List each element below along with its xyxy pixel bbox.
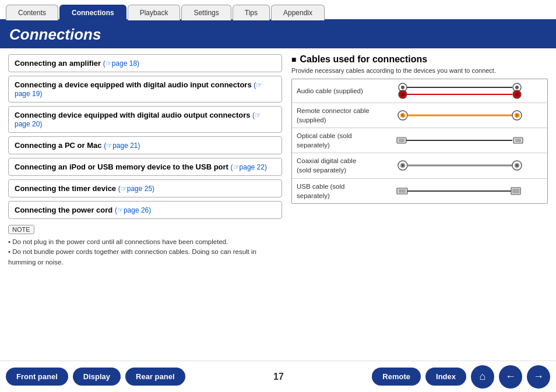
link-amplifier[interactable]: Connecting an amplifier (☞page 18) (8, 54, 282, 72)
cables-table: Audio cable (supplied) (291, 79, 548, 204)
note-section: NOTE • Do not plug in the power cord unt… (8, 225, 282, 267)
link-digital-input[interactable]: Connecting a device equipped with digita… (8, 76, 282, 103)
page-title: Connections (0, 21, 556, 48)
svg-point-12 (402, 114, 404, 116)
front-panel-button[interactable]: Front panel (6, 368, 68, 386)
tab-tips[interactable]: Tips (233, 5, 270, 20)
right-column: Cables used for connections Provide nece… (291, 54, 548, 348)
tab-contents[interactable]: Contents (6, 5, 58, 20)
display-button[interactable]: Display (73, 368, 121, 386)
link-digital-output[interactable]: Connecting device equipped with digital … (8, 106, 282, 133)
cable-visual-usb (377, 185, 543, 197)
link-timer[interactable]: Connecting the timer device (☞page 25) (8, 179, 282, 197)
cable-row-remote: Remote connector cable (supplied) (292, 103, 547, 128)
link-ipod-usb[interactable]: Connecting an iPod or USB memory device … (8, 158, 282, 176)
main-content: Connecting an amplifier (☞page 18) Conne… (0, 48, 556, 354)
svg-point-7 (515, 86, 519, 89)
back-button[interactable] (499, 365, 522, 389)
tab-appendix[interactable]: Appendix (271, 5, 325, 20)
svg-rect-21 (515, 139, 521, 142)
remote-button[interactable]: Remote (372, 368, 421, 386)
cable-row-coaxial: Coaxial digital cable (sold separately) (292, 153, 547, 178)
svg-point-16 (516, 114, 518, 116)
svg-point-28 (516, 164, 518, 167)
svg-point-9 (515, 93, 519, 96)
cable-visual-remote (377, 110, 543, 121)
cable-row-usb: USB cable (sold separately) (292, 179, 547, 203)
cables-subtitle: Provide necessary cables according to th… (291, 67, 548, 74)
cable-visual-coaxial (377, 160, 543, 171)
cable-row-audio: Audio cable (supplied) (292, 79, 547, 103)
cable-visual-audio (377, 82, 543, 100)
forward-button[interactable] (527, 365, 550, 389)
home-button[interactable] (471, 365, 494, 389)
bottom-navigation: Front panel Display Rear panel 17 Remote… (0, 361, 556, 392)
svg-point-1 (401, 86, 404, 89)
page-number: 17 (190, 372, 368, 382)
link-pc-mac[interactable]: Connecting a PC or Mac (☞page 21) (8, 136, 282, 154)
tab-connections[interactable]: Connections (59, 5, 126, 20)
cable-label-usb: USB cable (sold separately) (297, 182, 372, 200)
note-text: • Do not plug in the power cord until al… (8, 237, 282, 267)
svg-rect-33 (512, 189, 519, 193)
svg-point-3 (401, 93, 404, 96)
tab-settings[interactable]: Settings (181, 5, 231, 20)
top-navigation: Contents Connections Playback Settings T… (0, 0, 556, 21)
note-label: NOTE (8, 225, 34, 234)
svg-rect-30 (399, 189, 406, 193)
cable-label-optical: Optical cable (sold separately) (297, 131, 372, 150)
rear-panel-button[interactable]: Rear panel (125, 368, 185, 386)
cables-title: Cables used for connections (291, 54, 548, 65)
left-column: Connecting an amplifier (☞page 18) Conne… (8, 54, 282, 348)
svg-rect-18 (399, 139, 404, 142)
cable-label-audio: Audio cable (supplied) (297, 86, 372, 96)
index-button[interactable]: Index (425, 368, 466, 386)
cable-visual-optical (377, 135, 543, 146)
cable-row-optical: Optical cable (sold separately) (292, 128, 547, 153)
cable-label-remote: Remote connector cable (supplied) (297, 106, 372, 125)
cable-label-coaxial: Coaxial digital cable (sold separately) (297, 156, 372, 175)
svg-point-24 (402, 164, 404, 167)
tab-playback[interactable]: Playback (128, 5, 181, 20)
link-power[interactable]: Connecting the power cord (☞page 26) (8, 201, 282, 219)
